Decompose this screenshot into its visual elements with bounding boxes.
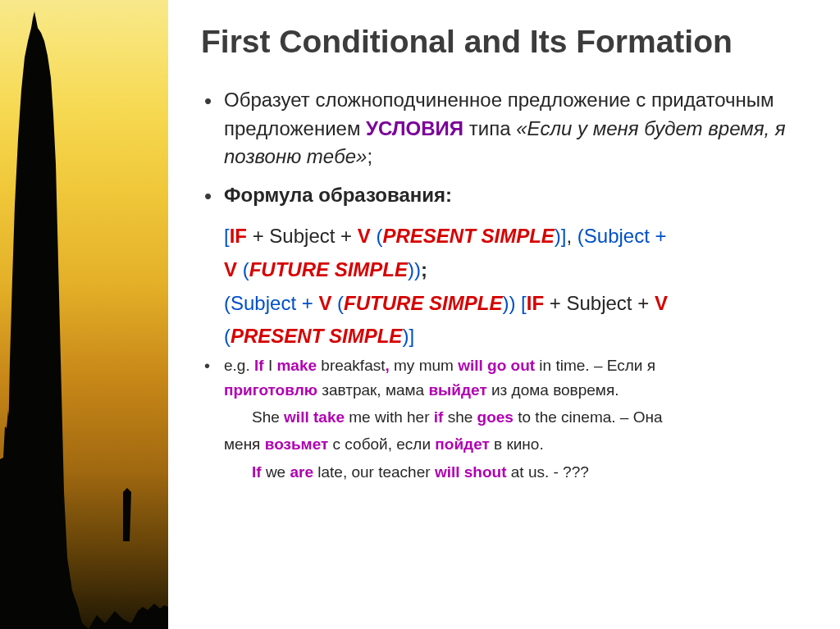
example-2: She will take me with her if she goes to… — [201, 405, 817, 429]
bullet-item-1: Образует сложноподчиненное предложение с… — [201, 86, 817, 171]
ex3-mid: late, our teacher — [313, 463, 435, 481]
formula-line-2: V (FUTURE SIMPLE)); — [224, 253, 817, 287]
ex3-we: we — [266, 463, 290, 481]
b2-text: Формула образования: — [224, 184, 452, 206]
ex1-eg: e.g. — [224, 357, 254, 374]
ex2-she: She — [252, 408, 284, 426]
f-subj2: + Subject + — [544, 292, 655, 314]
formula-block: [IF + Subject + V (PRESENT SIMPLE)], (Su… — [201, 220, 817, 353]
ex1-i: I — [268, 357, 277, 374]
ex2-ru-a: меня — [224, 435, 265, 453]
ex2-mid: me with her — [345, 408, 434, 426]
ex3-if: If — [252, 463, 262, 481]
bullet-item-2: Формула образования: — [201, 181, 817, 210]
ex2-if: if — [434, 408, 444, 426]
ex1-end: in time. – Если я — [535, 357, 655, 374]
example-1: e.g. If I make breakfast, my mum will go… — [201, 353, 817, 377]
f-if: IF — [230, 225, 247, 247]
ex2-ru-b: возьмет — [265, 435, 329, 453]
ex2-ru-d: пойдет — [435, 435, 489, 453]
ex2-ru-e: в кино. — [490, 435, 544, 453]
f-future1: FUTURE SIMPLE — [249, 258, 408, 280]
f-comma1: , — [567, 225, 578, 247]
f-os2: [ — [521, 292, 527, 314]
f-subj1: + Subject + — [247, 225, 358, 247]
formula-line-3: (Subject + V (FUTURE SIMPLE)) [IF + Subj… — [224, 287, 817, 321]
example-3: If we are late, our teacher will shout a… — [201, 460, 817, 484]
f-future2: FUTURE SIMPLE — [344, 292, 502, 314]
ex1-ru-a: приготовлю — [224, 381, 317, 399]
ex1-if: If — [254, 357, 264, 374]
ex2-she2: she — [448, 408, 477, 426]
ex2-willtake: will take — [284, 408, 345, 426]
f-present1: PRESENT SIMPLE — [382, 225, 554, 247]
f-op4: ( — [224, 325, 231, 347]
ex1-willgo: will go out — [458, 357, 535, 374]
ex3-are: are — [290, 463, 313, 481]
ex1-comma: , — [385, 357, 394, 374]
ex2-ru-c: с собой, если — [328, 435, 435, 453]
f-v1: V — [358, 225, 371, 247]
ex1-ru-d: из дома вовремя. — [487, 381, 619, 399]
ex1-ru-c: выйдет — [428, 381, 486, 399]
f-cp2: ) — [408, 258, 414, 280]
ex1-ru-b: завтрак, мама — [317, 381, 428, 399]
ex3-willshout: will shout — [435, 463, 507, 481]
b1-semi: ; — [367, 145, 372, 167]
f-if2: IF — [527, 292, 544, 314]
f-cp2b: ) — [414, 258, 421, 280]
decorative-sidebar-image — [0, 0, 168, 629]
f-v2: V — [224, 258, 237, 280]
ex2-end: to the cinema. – Она — [514, 408, 663, 426]
bullet-list: Образует сложноподчиненное предложение с… — [201, 86, 817, 210]
f-present2: PRESENT SIMPLE — [231, 325, 402, 347]
example-1-ru: приготовлю завтрак, мама выйдет из дома … — [201, 378, 817, 402]
f-cs2: ] — [409, 325, 414, 347]
f-subjp2: (Subject + — [224, 292, 318, 314]
f-semi1: ; — [421, 258, 427, 280]
f-v3: V — [318, 292, 331, 314]
slide-content: First Conditional and Its Formation Обра… — [168, 0, 840, 629]
b1-post: типа — [463, 117, 516, 139]
ex1-make: make — [276, 357, 317, 374]
slide-title: First Conditional and Its Formation — [201, 23, 817, 62]
f-cp1: ) — [555, 225, 561, 247]
f-subjp: (Subject + — [578, 225, 667, 247]
f-cs1: ] — [561, 225, 567, 247]
b1-cond: УСЛОВИЯ — [366, 117, 463, 139]
silhouette-svg — [0, 0, 168, 629]
formula-line-1: [IF + Subject + V (PRESENT SIMPLE)], (Su… — [224, 220, 817, 253]
formula-line-4: (PRESENT SIMPLE)] — [224, 320, 817, 353]
ex1-mid: breakfast — [317, 357, 385, 374]
ex1-mum: my mum — [394, 357, 458, 374]
example-2-ru: меня возьмет с собой, если пойдет в кино… — [201, 432, 817, 456]
f-cp3b: ) — [509, 292, 515, 314]
f-op2: ( — [243, 258, 249, 280]
f-v4: V — [655, 292, 668, 314]
f-op3: ( — [337, 292, 344, 314]
f-open-sq: [ — [224, 225, 230, 247]
ex2-goes: goes — [477, 408, 514, 426]
ex3-end: at us. - ??? — [506, 463, 588, 481]
